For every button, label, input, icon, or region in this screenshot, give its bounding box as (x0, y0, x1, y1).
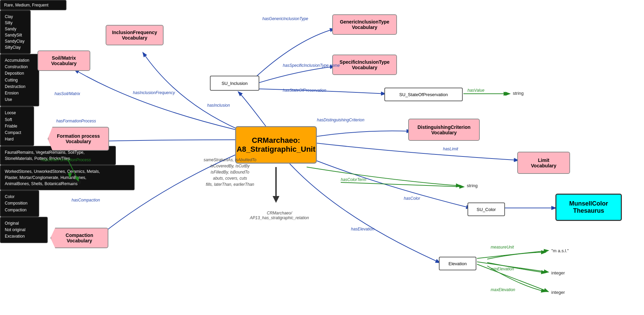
compaction-node: CompactionVocabulary (50, 228, 108, 248)
elevation-label: Elevation (448, 261, 466, 266)
string-value-formation: string (70, 179, 81, 184)
formation-process-label: Formation processVocabulary (57, 133, 100, 144)
distinguishing-values: ColorCompositionCompaction (5, 194, 28, 212)
central-label: CRMarchaeo: A8_Stratigraphic_Unit (236, 136, 315, 154)
label-has-limit: hasLimit (443, 147, 458, 151)
label-has-color-term: hasColorTerm (341, 177, 366, 182)
formation-process-node: Formation processVocabulary (48, 127, 109, 151)
svg-marker-1 (273, 196, 279, 203)
soil-values-box: ClaySiltySandySandySiltSandyClaySiltyCla… (0, 10, 31, 54)
label-has-generic-inclusion: hasGenericInclusionType (262, 16, 308, 21)
diagram: CRMarchaeo: A8_Stratigraphic_Unit Inclus… (0, 0, 644, 315)
label-has-specific-inclusion: hasSpecificInclusionType some (283, 63, 340, 68)
su-inclusion-label: SU_Inclusion (221, 81, 248, 86)
soil-matrix-label: Soil/MatrixVocabulary (51, 55, 76, 66)
specific-inclusion-label: SpecificInclusionTypeVocabulary (340, 59, 390, 70)
specific-inclusion-node: SpecificInclusionTypeVocabulary (332, 55, 397, 75)
label-has-inclusion: hasInclusion (207, 103, 230, 108)
label-has-elevation: hasElevation (351, 227, 374, 231)
su-color-label: SU_Color (477, 207, 496, 212)
label-has-other-formation: hasOtherFormationProcess (41, 158, 91, 162)
same-stratum-relations: sameStratumAs, isAbuttedToisCoveredBy, i… (181, 157, 279, 188)
specific-values-box: WorkedStones, UnworkedStones, Ceramics, … (0, 165, 135, 190)
soil-values: ClaySiltySandySandySiltSandyClaySiltyCla… (5, 14, 25, 50)
label-has-formation-process: hasFormationProcess (56, 119, 96, 123)
limit-vocabulary-label: LimitVocabulary (531, 158, 556, 168)
elevation-node: Elevation (439, 257, 476, 270)
label-has-color: hasColor (404, 196, 420, 201)
crmarchaeo-relation-label: CRMarchaeo/AP13_has_stratigraphic_relati… (245, 211, 313, 220)
su-state-label: SU_StateOfPreservation (399, 92, 448, 97)
label-has-inclusion-frequency: hasInclusionFrequency (133, 90, 175, 95)
su-color-node: SU_Color (467, 202, 505, 216)
svg-line-4 (341, 182, 463, 187)
soil-matrix-node: Soil/MatrixVocabulary (37, 50, 90, 71)
munsell-color-node: MunsellColorThesaurus (555, 194, 622, 221)
limit-vocabulary-node: LimitVocabulary (517, 152, 570, 174)
frequency-values: Rare, Medium, Frequent (4, 3, 48, 7)
limit-values-box: OriginalNot originalExcavation (0, 217, 48, 243)
formation-values: AccumulationConstructionDepositionCuttin… (5, 58, 29, 102)
generic-inclusion-node: GenericInclusionTypeVocabulary (332, 14, 397, 35)
inclusion-frequency-label: InclusionFrequencyVocabulary (112, 30, 157, 41)
svg-line-6 (477, 251, 548, 258)
compaction-label: CompactionVocabulary (66, 232, 93, 243)
su-inclusion-node: SU_Inclusion (210, 76, 259, 91)
distinguishing-values-box: ColorCompositionCompaction (0, 190, 39, 217)
formation-values-box: AccumulationConstructionDepositionCuttin… (0, 54, 39, 106)
mas-l-value: "m a.s.l." (551, 248, 569, 253)
min-elevation-value: integer (551, 270, 565, 275)
label-has-distinguishing: hasDistinguishingCriterion (317, 118, 364, 122)
compaction-values-box: LooseSoftFriableCompactHard (0, 106, 34, 146)
munsell-color-label: MunsellColorThesaurus (569, 200, 608, 214)
su-state-preservation-node: SU_StateOfPreservation (384, 88, 463, 101)
specific-values: WorkedStones, UnworkedStones, Ceramics, … (5, 169, 100, 186)
label-has-state-preservation: hasStateOfPreservation (283, 88, 326, 93)
distinguishing-criterion-label: DistinguishingCriterionVocabulary (417, 124, 471, 135)
frequency-values-box: Rare, Medium, Frequent (0, 0, 66, 10)
label-has-value: hasValue (467, 88, 485, 93)
generic-inclusion-label: GenericInclusionTypeVocabulary (340, 19, 389, 30)
label-has-soil-matrix: hasSoil/Matrix (55, 91, 80, 96)
label-measure-unit: measureUnit (491, 245, 514, 250)
max-elevation-value: integer (551, 290, 565, 295)
inclusion-frequency-node: InclusionFrequencyVocabulary (106, 25, 164, 45)
label-has-compaction: hasCompaction (72, 198, 100, 202)
string-value-colorterm: string (467, 183, 478, 188)
label-max-elevation: maxElevation (491, 287, 515, 292)
limit-values: OriginalNot originalExcavation (5, 221, 26, 239)
string-value-preservation: string (513, 91, 524, 96)
distinguishing-criterion-node: DistinguishingCriterionVocabulary (408, 119, 480, 141)
label-min-elevation: minElevation (491, 267, 514, 271)
compaction-values: LooseSoftFriableCompactHard (5, 110, 21, 141)
